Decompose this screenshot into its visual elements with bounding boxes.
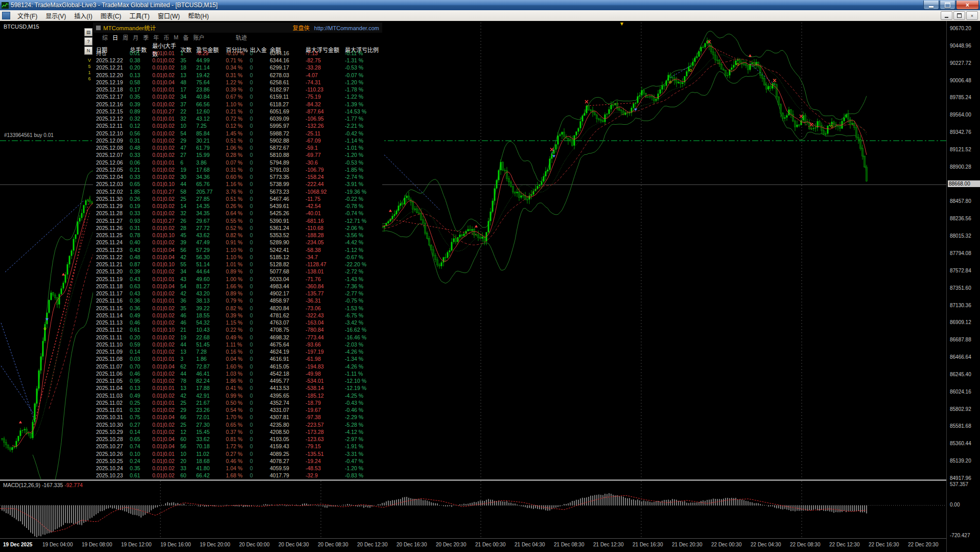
table-row[interactable]: 2025.11.250.780.01|0.104543.620.82 %0535… [93, 232, 382, 239]
menu-item-4[interactable]: 工具(T) [125, 12, 153, 21]
table-row[interactable]: 2025.11.110.200.01|0.021922.680.49 %0469… [93, 334, 382, 341]
table-cell: 1.85 [130, 189, 152, 195]
table-row[interactable]: 2025.11.090.140.01|0.02137.280.16 %04624… [93, 348, 382, 355]
panel-tool-button-2[interactable]: N [84, 47, 92, 55]
table-row[interactable]: 2025.12.170.350.01|0.023440.840.67 %0615… [93, 94, 382, 101]
title-bar[interactable]: 598124: TradeMaxGlobal-Live3 - TradeMax … [0, 0, 980, 10]
tab-月[interactable]: 月 [133, 33, 138, 41]
table-row[interactable]: 2025.11.270.930.01|0.272629.670.55 %0539… [93, 217, 382, 224]
table-row[interactable]: 2025.12.040.330.01|0.023034.360.60 %0577… [93, 173, 382, 180]
table-row[interactable]: 2025.11.150.360.01|0.023539.220.82 %0482… [93, 305, 382, 312]
table-row[interactable]: 2025.12.120.320.01|0.013243.120.72 %0603… [93, 115, 382, 122]
table-row[interactable]: 2025.10.290.140.01|0.021215.450.37 %0420… [93, 428, 382, 435]
table-row[interactable]: 2025.12.100.560.01|0.025485.841.45 %0598… [93, 130, 382, 137]
table-row[interactable]: 2025.11.050.950.01|0.027882.241.86 %0449… [93, 377, 382, 384]
table-row[interactable]: 2025.12.050.210.01|0.021917.680.31 %0579… [93, 166, 382, 173]
menu-item-6[interactable]: 帮助(H) [184, 12, 213, 21]
table-row[interactable]: 2025.12.200.130.01|0.021319.420.31 %0627… [93, 72, 382, 79]
menu-item-5[interactable]: 窗口(W) [154, 12, 184, 21]
table-row[interactable]: 2025.11.160.360.01|0.013638.130.79 %0485… [93, 297, 382, 305]
table-row[interactable]: 2025.11.140.490.01|0.024618.550.39 %0478… [93, 312, 382, 319]
table-row[interactable]: 2025.10.280.650.01|0.046033.620.81 %0419… [93, 435, 382, 443]
tab-综[interactable]: 综 [102, 33, 108, 41]
table-row[interactable]: 2025.12.210.200.01|0.021821.140.34 %0629… [93, 64, 382, 72]
table-cell: -3.56 % [345, 233, 382, 238]
close-button[interactable]: × [956, 1, 979, 10]
table-cell: -1.12 % [345, 247, 382, 253]
mdi-close-button[interactable]: × [966, 11, 978, 20]
tab-账户[interactable]: 账户 [193, 33, 204, 41]
table-row[interactable]: 2025.11.220.480.01|0.044256.301.10 %0518… [93, 254, 382, 261]
table-row[interactable]: 2025.12.160.390.01|0.023766.561.10 %0611… [93, 101, 382, 108]
minimize-button[interactable] [923, 1, 939, 10]
chart-workspace[interactable]: MACD(12,26,9) -167.335 -92.774 BTCUSD,M1… [0, 21, 980, 552]
time-axis[interactable]: 19 Dec 202519 Dec 04:0019 Dec 08:0019 De… [0, 539, 946, 552]
table-row[interactable]: 2025.11.170.430.01|0.024243.200.89 %0490… [93, 290, 382, 297]
table-row[interactable]: 2025.11.010.320.01|0.022923.260.54 %0433… [93, 406, 382, 413]
table-row[interactable]: 2025.11.060.460.01|0.024446.411.03 %0454… [93, 370, 382, 377]
table-row[interactable]: 2025.12.220.380.01|0.023544.990.71 %0634… [93, 57, 382, 64]
menu-item-2[interactable]: 插入(I) [70, 12, 96, 21]
menu-item-3[interactable]: 图表(C) [97, 12, 126, 21]
macd-indicator[interactable] [0, 481, 946, 538]
table-row[interactable]: 2025.10.260.100.01|0.011011.020.27 %0408… [93, 450, 382, 457]
table-row[interactable]: 2025.12.190.580.01|0.044875.641.22 %0625… [93, 79, 382, 86]
chart-window-icon[interactable] [2, 12, 10, 19]
table-row[interactable]: 2025.12.070.330.01|0.022715.990.28 %0581… [93, 152, 382, 159]
tab-M[interactable]: M [174, 34, 178, 40]
table-cell: 0.04 % [226, 356, 250, 362]
table-row[interactable]: 2025.11.190.430.01|0.014349.601.00 %0503… [93, 275, 382, 283]
table-row[interactable]: 2025.10.310.750.01|0.046672.011.70 %0430… [93, 414, 382, 421]
table-row[interactable]: 2025.12.060.060.01|0.0163.860.07 %05794.… [93, 159, 382, 166]
table-row[interactable]: 2025.12.110.120.01|0.02107.250.12 %05995… [93, 123, 382, 130]
table-row[interactable]: 2025.12.150.890.01|0.272212.600.21 %0605… [93, 108, 382, 115]
table-row[interactable]: 2025.11.290.190.01|0.021414.350.26 %0543… [93, 202, 382, 210]
tab-日[interactable]: 日 [112, 33, 118, 41]
table-row[interactable]: 2025.11.100.590.01|0.024451.451.11 %0467… [93, 341, 382, 348]
table-row[interactable]: 2025.12.090.310.01|0.022930.210.51 %0590… [93, 137, 382, 144]
table-row[interactable]: 2025.12.030.650.01|0.104465.761.16 %0573… [93, 181, 382, 188]
table-cell: -93.66 [306, 342, 345, 348]
maximize-button[interactable] [940, 1, 955, 10]
tab-轨迹[interactable]: 轨迹 [236, 33, 247, 41]
panel-tool-button-0[interactable]: ▤ [84, 28, 92, 36]
price-axis[interactable]: 90670.2090448.9690227.7290006.4889785.24… [946, 21, 980, 552]
table-row[interactable]: 2025.11.040.130.01|0.011317.880.41 %0441… [93, 385, 382, 392]
table-row[interactable]: 2025.10.250.240.01|0.022018.680.46 %0407… [93, 457, 382, 465]
table-row[interactable]: 2025.11.020.250.01|0.012521.670.50 %0435… [93, 399, 382, 406]
table-row[interactable]: 2025.12.021.850.01|0.2758205.773.76 %056… [93, 188, 382, 195]
table-row[interactable]: 2025.11.030.490.01|0.024242.910.99 %0439… [93, 392, 382, 399]
chart-shift-marker-icon[interactable]: ▼ [619, 21, 624, 27]
mdi-restore-button[interactable] [953, 11, 965, 20]
table-row[interactable]: 2025.10.240.350.01|0.023341.801.04 %0405… [93, 465, 382, 472]
table-row[interactable]: 持仓0.010.01|0.011-6.29-0.10 %06344.16-7.1… [93, 50, 382, 57]
table-row[interactable]: 2025.11.260.310.01|0.022827.720.52 %0536… [93, 224, 382, 232]
mdi-minimize-button[interactable] [941, 11, 952, 20]
table-row[interactable]: 2025.11.280.330.01|0.023234.350.64 %0542… [93, 210, 382, 217]
menu-item-1[interactable]: 显示(V) [41, 12, 70, 21]
tab-季[interactable]: 季 [143, 33, 149, 41]
tab-周[interactable]: 周 [123, 33, 128, 41]
menu-item-0[interactable]: 文件(F) [13, 12, 41, 21]
table-row[interactable]: 2025.11.180.630.01|0.045481.271.66 %0498… [93, 283, 382, 290]
table-row[interactable]: 2025.11.120.610.01|0.102110.430.22 %0470… [93, 327, 382, 334]
table-row[interactable]: 2025.11.300.260.01|0.022527.850.51 %0546… [93, 195, 382, 202]
tab-年[interactable]: 年 [153, 33, 159, 41]
tab-备[interactable]: 备 [183, 33, 189, 41]
table-row[interactable]: 2025.11.130.460.01|0.024654.321.15 %0476… [93, 319, 382, 326]
table-row[interactable]: 2025.11.200.390.01|0.023444.640.89 %0507… [93, 268, 382, 275]
table-row[interactable]: 2025.10.300.270.01|0.022527.300.65 %0423… [93, 421, 382, 428]
table-row[interactable]: 2025.10.270.740.01|0.045670.181.72 %0415… [93, 443, 382, 450]
table-row[interactable]: 2025.11.070.700.01|0.046272.871.60 %0461… [93, 363, 382, 370]
panel-url-link[interactable]: http://MTCommander.com [314, 25, 379, 31]
table-row[interactable]: 2025.11.230.430.01|0.045657.291.10 %0524… [93, 246, 382, 254]
table-row[interactable]: 2025.11.080.030.01|0.0131.860.04 %04616.… [93, 356, 382, 363]
table-row[interactable]: 2025.12.080.480.01|0.024761.791.06 %0587… [93, 144, 382, 151]
table-row[interactable]: 2025.12.180.170.01|0.011723.860.39 %0618… [93, 86, 382, 93]
panel-tool-button-1[interactable]: ? [84, 37, 92, 45]
table-row[interactable]: 2025.11.210.870.01|0.105551.141.01 %0512… [93, 261, 382, 268]
table-row[interactable]: 2025.11.240.400.01|0.023947.490.91 %0528… [93, 239, 382, 246]
panel-title-row[interactable]: MTCommander统计 复盘侠 http://MTCommander.com [93, 22, 382, 33]
table-row[interactable]: 2025.10.230.610.01|0.026066.421.68 %0401… [93, 472, 382, 479]
tab-币[interactable]: 币 [164, 33, 169, 41]
